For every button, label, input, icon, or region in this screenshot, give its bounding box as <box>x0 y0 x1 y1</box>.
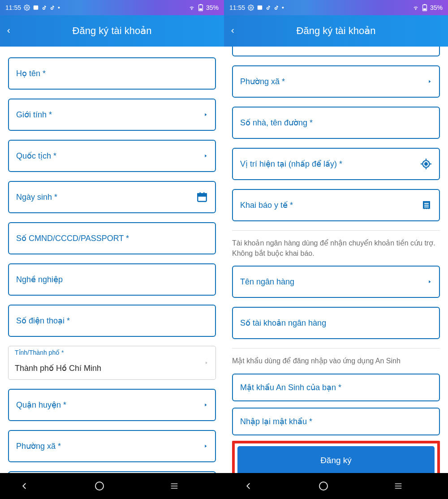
news-icon <box>257 4 263 11</box>
svg-rect-20 <box>258 5 263 9</box>
news-icon <box>33 4 39 11</box>
ward-field[interactable]: Phường xã * <box>8 430 216 462</box>
field-label: Tên ngân hàng <box>240 277 427 287</box>
district-field[interactable]: Quận huyện * <box>8 389 216 421</box>
dot-icon: • <box>58 4 60 11</box>
current-location-field[interactable]: Vị trí hiện tại (nhấp để lấy) * <box>232 148 440 180</box>
nav-back-button[interactable] <box>243 481 279 491</box>
field-label: Nhập lại mật khẩu * <box>240 417 432 426</box>
svg-rect-4 <box>200 4 202 5</box>
svg-rect-5 <box>199 9 202 10</box>
section-divider <box>232 230 440 231</box>
dob-field[interactable]: Ngày sinh * <box>8 181 216 213</box>
svg-point-15 <box>95 482 103 490</box>
submit-button[interactable]: Đăng ký <box>237 446 435 473</box>
android-nav-bar <box>224 473 448 499</box>
battery-icon <box>198 4 203 11</box>
status-time: 11:55 <box>229 4 245 11</box>
receipt-icon <box>421 200 432 211</box>
job-field[interactable]: Nghề nghiệp <box>8 263 216 296</box>
field-label: Nghề nghiệp <box>16 275 208 284</box>
field-label: Số tài khoản ngân hàng <box>240 318 432 328</box>
gear-icon <box>248 4 254 11</box>
fullname-field[interactable]: Họ tên * <box>8 57 216 90</box>
gender-field[interactable]: Giới tính * <box>8 99 216 131</box>
bank-account-field[interactable]: Số tài khoản ngân hàng <box>232 307 440 339</box>
dot-icon: • <box>282 4 284 11</box>
chevron-right-icon <box>427 278 432 285</box>
svg-point-19 <box>250 7 252 9</box>
chevron-right-icon <box>203 401 208 409</box>
field-label: Vị trí hiện tại (nhấp để lấy) * <box>240 159 420 169</box>
status-battery-percent: 35% <box>206 4 219 11</box>
svg-point-2 <box>191 9 192 10</box>
nav-recents-button[interactable] <box>393 482 429 490</box>
chevron-right-icon <box>427 78 432 85</box>
phone-screen-left: 11:55 • 35% Đăng ký tài khoản <box>0 0 224 499</box>
svg-marker-13 <box>205 404 207 407</box>
phone-field[interactable]: Số điện thoại * <box>8 305 216 337</box>
field-label: Quốc tịch * <box>16 151 203 161</box>
status-time: 11:55 <box>5 4 21 11</box>
status-bar: 11:55 • 35% <box>0 0 224 15</box>
password-field[interactable]: Mật khẩu An Sinh của bạn * <box>232 374 440 401</box>
phone-screen-right: 11:55 • 35% Đăng ký tài khoản <box>224 0 448 499</box>
field-label: Quận huyện * <box>16 400 203 410</box>
svg-rect-1 <box>34 5 39 9</box>
svg-marker-12 <box>206 361 207 364</box>
nationality-field[interactable]: Quốc tịch * <box>8 140 216 172</box>
svg-rect-24 <box>423 9 426 10</box>
form-scroll-area[interactable]: Họ tên * Giới tính * Quốc tịch * Ngày si… <box>0 47 224 473</box>
svg-marker-14 <box>205 445 207 448</box>
password-help-text: Mật khẩu dùng để đăng nhập vào ứng dụng … <box>232 356 440 366</box>
bank-help-text: Tài khoản ngân hàng dùng để nhận chuyển … <box>232 238 440 258</box>
province-field[interactable]: Tỉnh/Thành phố * Thành phố Hồ Chí Minh <box>8 346 216 380</box>
page-title: Đăng ký tài khoản <box>229 25 443 37</box>
app-bar: Đăng ký tài khoản <box>0 15 224 47</box>
ward-field[interactable]: Phường xã * <box>232 65 440 98</box>
gear-icon <box>24 4 30 11</box>
form-scroll-area[interactable]: Phường xã * Số nhà, tên đường * Vị trí h… <box>224 47 448 473</box>
chevron-right-icon <box>204 360 208 366</box>
wifi-icon <box>412 4 419 11</box>
field-label: Khai báo y tế * <box>240 200 421 210</box>
field-label: Số CMND/CCCD/PASSPORT * <box>16 233 208 243</box>
password-confirm-field[interactable]: Nhập lại mật khẩu * <box>232 408 440 435</box>
status-bar: 11:55 • 35% <box>224 0 448 15</box>
svg-marker-35 <box>429 280 431 284</box>
page-title: Đăng ký tài khoản <box>5 25 219 37</box>
svg-point-36 <box>319 482 327 490</box>
tiktok-icon <box>266 4 271 11</box>
svg-marker-7 <box>205 155 207 158</box>
svg-point-0 <box>26 7 28 9</box>
status-battery-percent: 35% <box>430 4 443 11</box>
svg-rect-32 <box>424 203 429 204</box>
field-label: Phường xã * <box>240 77 427 86</box>
svg-rect-33 <box>424 205 429 206</box>
health-declaration-field[interactable]: Khai báo y tế * <box>232 189 440 221</box>
field-label: Số nhà, tên đường * <box>240 118 432 128</box>
svg-rect-34 <box>424 206 429 207</box>
field-label: Họ tên * <box>16 69 208 78</box>
calendar-icon <box>196 191 208 203</box>
field-label: Giới tính * <box>16 110 203 120</box>
field-value: Thành phố Hồ Chí Minh <box>15 363 101 373</box>
bank-name-field[interactable]: Tên ngân hàng <box>232 266 440 298</box>
field-label: Mật khẩu An Sinh của bạn * <box>240 383 432 392</box>
submit-highlight-frame: Đăng ký <box>232 441 440 473</box>
nav-home-button[interactable] <box>318 481 354 491</box>
nav-home-button[interactable] <box>94 481 130 491</box>
android-nav-bar <box>0 473 224 499</box>
nav-back-button[interactable] <box>19 481 55 491</box>
nav-recents-button[interactable] <box>169 482 205 490</box>
svg-point-21 <box>415 9 416 10</box>
svg-marker-25 <box>429 80 431 83</box>
section-divider <box>232 348 440 348</box>
app-bar: Đăng ký tài khoản <box>224 15 448 47</box>
svg-rect-23 <box>424 4 426 5</box>
idnumber-field[interactable]: Số CMND/CCCD/PASSPORT * <box>8 222 216 254</box>
field-label: Ngày sinh * <box>16 193 196 202</box>
prev-field-peek[interactable] <box>232 47 440 56</box>
address-field[interactable]: Số nhà, tên đường * <box>232 107 440 139</box>
svg-point-27 <box>425 163 427 165</box>
